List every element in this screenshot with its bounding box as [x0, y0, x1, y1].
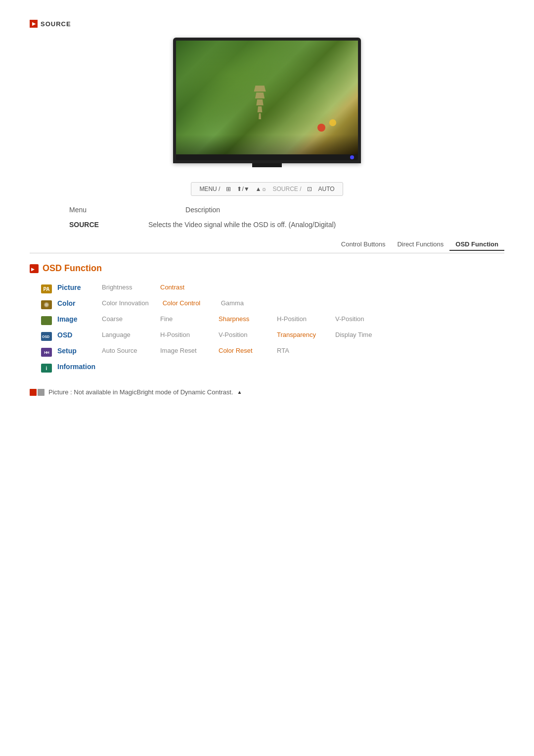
setup-name: Setup	[57, 347, 102, 355]
monitor-container	[30, 38, 504, 167]
monitor-led	[350, 155, 354, 159]
note-icons	[30, 389, 44, 396]
col1-header: Menu	[69, 206, 87, 214]
picture-item-contrast: Contrast	[160, 284, 205, 291]
info-icon-box: i	[41, 364, 52, 373]
tab-bar: Control Buttons Direct Functions OSD Fun…	[30, 238, 504, 253]
menu-label: MENU /	[199, 186, 220, 192]
osd-row-color: Color Color Innovation Color Control Gam…	[40, 299, 504, 310]
setup-item-autosource: Auto Source	[102, 347, 146, 354]
note-text: Picture : Not available in MagicBright m…	[48, 388, 233, 396]
color-item-gamma: Gamma	[221, 299, 266, 307]
osd-section: ▶ OSD Function PA Picture Brightness Con…	[30, 263, 504, 374]
osd-icon-box: OSD	[40, 331, 53, 342]
image-item-vpos: V-Position	[335, 315, 380, 323]
tab-osd-function[interactable]: OSD Function	[449, 238, 504, 251]
monitor-frame	[173, 38, 361, 163]
osd-item-vpos: V-Position	[219, 331, 263, 338]
osd-item-hpos: H-Position	[160, 331, 205, 338]
arrow-icon: ⬆/▼	[237, 186, 249, 192]
setup-item-colorreset: Color Reset	[219, 347, 263, 354]
color-items: Color Innovation Color Control Gamma	[102, 299, 504, 307]
image-name: Image	[57, 315, 102, 323]
source-header: ▶ SOURCE	[30, 20, 504, 28]
menu-icon: ⊞	[226, 186, 231, 192]
tab-control-buttons[interactable]: Control Buttons	[335, 238, 392, 251]
setup-icon: HH	[40, 347, 53, 358]
table-data-row: SOURCE Selects the Video signal while th…	[69, 221, 504, 229]
brightness-icon: ▲☼	[256, 186, 267, 192]
osd-row-picture: PA Picture Brightness Contrast	[40, 284, 504, 294]
color-icon	[40, 299, 53, 310]
picture-name: Picture	[57, 284, 102, 291]
note-icon-gray	[38, 389, 44, 396]
osd-row-osd: OSD OSD Language H-Position V-Position T…	[40, 331, 504, 342]
image-item-hpos: H-Position	[277, 315, 321, 323]
osd-item-language: Language	[102, 331, 146, 338]
picture-icon: PA	[40, 284, 53, 294]
osd-item-transparency: Transparency	[277, 331, 321, 338]
osd-title-bar: ▶ OSD Function	[30, 263, 504, 274]
control-bar-container: MENU / ⊞ ⬆/▼ ▲☼ SOURCE / ⊡ AUTO	[30, 182, 504, 196]
table-header-row: Menu Description	[69, 206, 504, 216]
osd-name: OSD	[57, 331, 102, 339]
osd-table: PA Picture Brightness Contrast Color Col…	[40, 284, 504, 374]
menu-desc-table: Menu Description SOURCE Selects the Vide…	[69, 206, 504, 229]
monitor-base	[176, 154, 358, 160]
information-icon: i	[40, 363, 53, 374]
setup-items: Auto Source Image Reset Color Reset RTA	[102, 347, 504, 354]
image-item-coarse: Coarse	[102, 315, 146, 323]
note-bar: Picture : Not available in MagicBright m…	[30, 388, 504, 396]
color-item-control: Color Control	[163, 299, 207, 307]
tab-direct-functions[interactable]: Direct Functions	[391, 238, 449, 251]
picture-items: Brightness Contrast	[102, 284, 504, 291]
image-item-fine: Fine	[160, 315, 205, 323]
color-name: Color	[57, 299, 102, 307]
sep1: SOURCE /	[272, 186, 301, 192]
image-items: Coarse Fine Sharpness H-Position V-Posit…	[102, 315, 504, 323]
monitor-stand	[173, 163, 361, 167]
image-icon	[40, 315, 53, 326]
color-icon-box	[41, 300, 52, 309]
source-description: Selects the Video signal while the OSD i…	[148, 221, 336, 229]
osd-icon-item: OSD	[41, 332, 52, 341]
auto-label: AUTO	[318, 186, 334, 192]
image-item-sharpness: Sharpness	[219, 315, 263, 323]
osd-row-information: i Information	[40, 363, 504, 374]
source-title: SOURCE	[41, 20, 71, 28]
image-icon-box	[41, 316, 52, 325]
pagoda-decoration	[253, 86, 267, 120]
source-menu-label: SOURCE	[69, 221, 109, 229]
information-name: Information	[57, 363, 102, 371]
osd-row-setup: HH Setup Auto Source Image Reset Color R…	[40, 347, 504, 358]
setup-item-rta: RTA	[277, 347, 321, 354]
osd-row-image: Image Coarse Fine Sharpness H-Position V…	[40, 315, 504, 326]
lantern-yellow	[329, 119, 336, 126]
note-icon-red	[30, 389, 37, 396]
color-item-innovation: Color Innovation	[102, 299, 149, 307]
lantern-red	[317, 124, 325, 132]
osd-section-icon: ▶	[30, 264, 39, 273]
monitor-stand-neck	[252, 163, 282, 167]
setup-icon-box: HH	[41, 348, 52, 357]
monitor-screen	[176, 41, 358, 154]
source-input-icon: ⊡	[307, 186, 312, 192]
picture-item-brightness: Brightness	[102, 284, 146, 291]
osd-section-title: OSD Function	[43, 263, 102, 274]
picture-icon-box: PA	[41, 284, 52, 293]
osd-items: Language H-Position V-Position Transpare…	[102, 331, 504, 338]
setup-item-imagereset: Image Reset	[160, 347, 205, 354]
note-arrow-icon: ▲	[237, 389, 242, 395]
col2-header: Description	[185, 206, 220, 214]
control-bar: MENU / ⊞ ⬆/▼ ▲☼ SOURCE / ⊡ AUTO	[191, 182, 343, 196]
osd-item-displaytime: Display Time	[335, 331, 380, 338]
source-icon: ▶	[30, 20, 38, 28]
